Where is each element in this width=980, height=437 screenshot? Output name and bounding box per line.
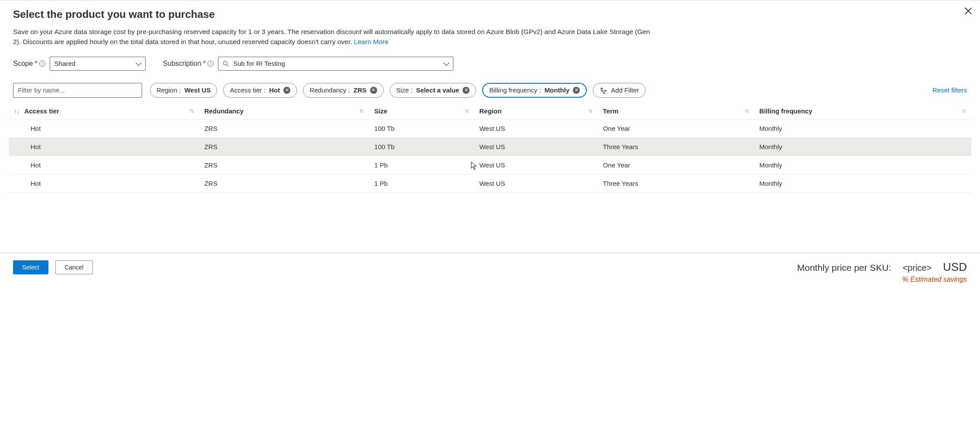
table-row[interactable]: HotZRS1 PbWest USOne YearMonthly [9,156,971,174]
col-label: Access tier [24,107,59,115]
info-icon[interactable]: i [39,61,45,67]
cell-billing: Monthly [754,119,971,137]
scope-select[interactable]: Shared [50,57,146,71]
cell-access_tier: Hot [9,137,199,156]
filter-row: Region : West US Access tier : Hot ✕ Red… [13,83,967,98]
cell-size: 1 Pb [369,156,474,174]
remove-filter-icon[interactable]: ✕ [283,87,290,94]
add-filter-button[interactable]: Add Filter [593,83,645,98]
subscription-label-text: Subscription [163,60,201,68]
cell-region: West US [474,119,598,137]
cell-term: Three Years [598,174,754,192]
cell-redundancy: ZRS [199,137,369,156]
remove-filter-icon[interactable]: ✕ [573,87,580,94]
pill-value: ZRS [354,86,367,94]
filter-pill-size[interactable]: Size : Select a value ✕ [390,83,476,98]
sort-icon: ↑↓ [360,108,363,114]
required-asterisk: * [34,60,37,68]
cell-region: West US [474,137,598,156]
scope-label-text: Scope [13,60,33,68]
pill-label: Region : [157,86,181,94]
price-value: <price> [902,263,932,273]
cell-region: West US [474,156,598,174]
filter-pill-billing-frequency[interactable]: Billing frequency : Monthly ✕ [482,83,587,98]
cell-term: Three Years [598,137,754,156]
remove-filter-icon[interactable]: ✕ [370,87,377,94]
col-label: Billing frequency [759,107,813,115]
pill-label: Billing frequency : [489,86,541,94]
col-label: Term [603,107,619,115]
required-asterisk: * [203,60,206,68]
filter-pill-access-tier[interactable]: Access tier : Hot ✕ [223,83,297,98]
subscription-field: Subscription * i Sub for RI Testing [163,57,453,71]
estimated-savings: % Estimated savings [797,276,967,283]
filter-pills: Region : West US Access tier : Hot ✕ Red… [150,83,925,98]
reset-filters-link[interactable]: Reset filters [932,86,967,94]
cell-redundancy: ZRS [199,119,369,137]
cell-size: 100 Tb [369,119,474,137]
sort-icon: ↑↓ [962,108,965,114]
cell-access_tier: Hot [9,174,199,192]
price-area: Monthly price per SKU: <price> USD % Est… [797,260,967,283]
filter-by-name-input[interactable] [13,83,142,98]
select-button[interactable]: Select [13,260,48,274]
scope-value: Shared [54,60,75,67]
product-table: ↑↓ Access tier ↑↓ Redundancy ↑↓ Size ↑↓ … [9,103,971,193]
pill-label: Size : [396,86,413,94]
pill-value: West US [184,86,211,94]
cell-size: 100 Tb [369,137,474,156]
pill-label: Redundancy : [310,86,350,94]
table-row[interactable]: HotZRS100 TbWest USOne YearMonthly [9,119,971,137]
svg-line-1 [227,65,228,66]
col-billing-frequency[interactable]: Billing frequency ↑↓ [754,103,971,119]
description: Save on your Azure data storage cost by … [13,27,658,47]
description-text: Save on your Azure data storage cost by … [13,28,650,45]
subscription-label: Subscription * i [163,60,214,68]
cell-access_tier: Hot [9,119,199,137]
filter-pill-region[interactable]: Region : West US [150,83,217,98]
cell-billing: Monthly [754,174,971,192]
col-access-tier[interactable]: ↑↓ Access tier ↑↓ [9,103,199,119]
learn-more-link[interactable]: Learn More [354,38,388,45]
remove-filter-icon[interactable]: ✕ [463,87,470,94]
filter-pill-redundancy[interactable]: Redundancy : ZRS ✕ [303,83,384,98]
cell-term: One Year [598,156,754,174]
chevron-down-icon [136,59,142,65]
subscription-select[interactable]: Sub for RI Testing [218,57,453,71]
table-row[interactable]: HotZRS1 PbWest USThree YearsMonthly [9,174,971,192]
info-icon[interactable]: i [208,61,214,67]
cell-redundancy: ZRS [199,174,369,192]
svg-point-0 [223,61,227,65]
col-label: Size [374,107,388,115]
scope-label: Scope * i [13,60,45,68]
col-redundancy[interactable]: Redundancy ↑↓ [199,103,369,119]
col-label: Region [479,107,501,115]
cell-billing: Monthly [754,137,971,156]
page-title: Select the product you want to purchase [13,8,967,20]
pill-value: Select a value [416,86,459,94]
sort-icon: ↑↓ [190,108,193,114]
footer: Select Cancel Monthly price per SKU: <pr… [0,253,980,289]
form-row: Scope * i Shared Subscription * i Sub fo… [13,57,967,71]
cancel-button[interactable]: Cancel [55,260,93,274]
sort-icon: ↑↓ [14,109,19,115]
price-label: Monthly price per SKU: [797,263,891,273]
cell-access_tier: Hot [9,156,199,174]
col-region[interactable]: Region ↑↓ [474,103,598,119]
col-size[interactable]: Size ↑↓ [369,103,474,119]
price-currency: USD [943,260,967,274]
chevron-down-icon [443,59,449,65]
pill-value: Monthly [544,86,570,94]
cell-region: West US [474,174,598,192]
subscription-value: Sub for RI Testing [233,60,285,67]
add-filter-icon [599,86,607,94]
col-term[interactable]: Term ↑↓ [598,103,754,119]
table-row[interactable]: HotZRS100 TbWest USThree YearsMonthly [9,137,971,156]
close-icon[interactable] [963,7,972,15]
search-icon [223,61,229,67]
sort-icon: ↑↓ [464,108,468,114]
pill-label: Access tier : [230,86,265,94]
product-select-panel: Select the product you want to purchase … [0,0,980,253]
scope-field: Scope * i Shared [13,57,146,71]
sort-icon: ↑↓ [588,108,592,114]
